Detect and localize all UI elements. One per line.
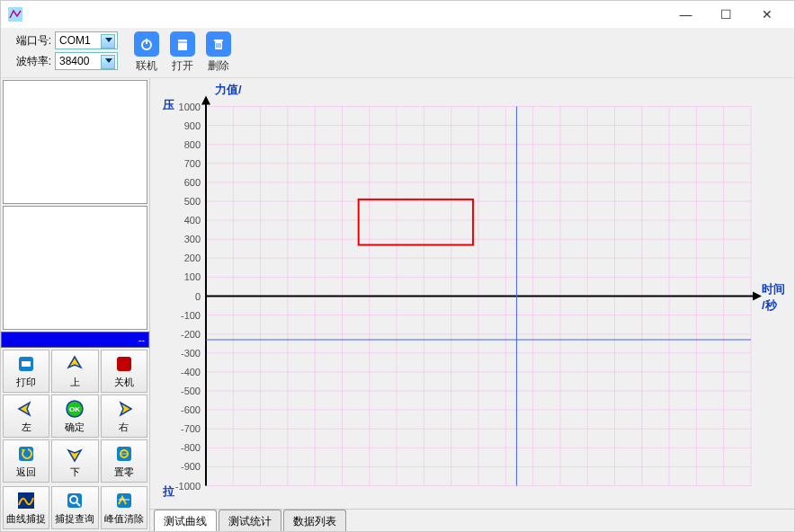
query-icon bbox=[64, 490, 85, 511]
info-box-1 bbox=[3, 80, 147, 204]
port-controls: 端口号: COM1 波特率: 38400 bbox=[8, 31, 118, 70]
svg-rect-3 bbox=[178, 40, 187, 50]
open-button[interactable]: 打开 bbox=[170, 31, 195, 74]
tab-curve[interactable]: 测试曲线 bbox=[154, 510, 217, 531]
app-icon bbox=[8, 7, 22, 22]
tab-stats[interactable]: 测试统计 bbox=[219, 510, 281, 531]
svg-text:-200: -200 bbox=[181, 329, 201, 340]
open-label: 打开 bbox=[172, 58, 193, 74]
baud-combo[interactable]: 38400 bbox=[55, 52, 118, 70]
print-button[interactable]: 打印 bbox=[3, 350, 49, 393]
peak-clear-button[interactable]: 峰值清除 bbox=[101, 486, 147, 529]
zero-button[interactable]: 置零 bbox=[101, 439, 147, 483]
svg-text:力值/: 力值/ bbox=[214, 83, 242, 96]
stop-icon bbox=[113, 353, 135, 375]
ok-button[interactable]: OK 确定 bbox=[51, 395, 98, 438]
chart-area: 10009008007006005004003002001000-100-200… bbox=[150, 78, 794, 531]
action-buttons: 联机 打开 删除 bbox=[134, 31, 231, 74]
svg-text:500: 500 bbox=[184, 196, 201, 207]
svg-text:-400: -400 bbox=[181, 367, 201, 377]
back-button[interactable]: 返回 bbox=[3, 439, 49, 483]
capture-query-button[interactable]: 捕捉查询 bbox=[51, 486, 98, 529]
maximize-button[interactable]: ☐ bbox=[706, 1, 746, 28]
svg-text:/秒: /秒 bbox=[762, 298, 778, 312]
right-button[interactable]: 右 bbox=[101, 395, 147, 438]
connect-label: 联机 bbox=[136, 58, 157, 74]
delete-button[interactable]: 删除 bbox=[206, 31, 231, 74]
zero-icon bbox=[113, 443, 135, 465]
close-button[interactable]: ✕ bbox=[746, 1, 787, 28]
down-arrow-icon bbox=[64, 443, 85, 465]
svg-text:800: 800 bbox=[184, 139, 201, 150]
down-button[interactable]: 下 bbox=[51, 439, 98, 483]
svg-text:600: 600 bbox=[184, 177, 201, 188]
info-box-2 bbox=[3, 206, 147, 330]
curve-capture-button[interactable]: 曲线捕捉 bbox=[3, 486, 49, 529]
svg-text:-700: -700 bbox=[181, 423, 201, 434]
up-arrow-icon bbox=[64, 353, 85, 375]
tabs: 测试曲线 测试统计 数据列表 bbox=[150, 509, 794, 531]
svg-text:-300: -300 bbox=[181, 348, 201, 359]
svg-text:0: 0 bbox=[195, 291, 201, 302]
print-icon bbox=[15, 353, 37, 375]
svg-text:-500: -500 bbox=[181, 386, 201, 396]
svg-text:400: 400 bbox=[184, 215, 201, 226]
toolbar: 端口号: COM1 波特率: 38400 联机 打开 删除 bbox=[1, 28, 794, 78]
svg-text:拉: 拉 bbox=[162, 484, 174, 498]
ok-icon: OK bbox=[64, 398, 85, 420]
titlebar: — ☐ ✕ bbox=[1, 1, 794, 28]
svg-text:-800: -800 bbox=[181, 442, 201, 453]
svg-text:200: 200 bbox=[184, 253, 201, 263]
panel-area bbox=[1, 78, 149, 332]
left-arrow-icon bbox=[15, 398, 37, 420]
power-icon bbox=[134, 31, 159, 57]
svg-text:OK: OK bbox=[69, 405, 80, 413]
app-window: — ☐ ✕ 端口号: COM1 波特率: 38400 联机 打开 bbox=[0, 0, 795, 532]
peak-icon bbox=[113, 490, 135, 511]
bottom-buttons: 曲线捕捉 捕捉查询 峰值清除 bbox=[1, 484, 149, 531]
left-button[interactable]: 左 bbox=[3, 395, 49, 438]
svg-text:-100: -100 bbox=[181, 310, 201, 321]
svg-text:300: 300 bbox=[184, 234, 201, 244]
svg-text:-600: -600 bbox=[181, 404, 201, 415]
power-off-button[interactable]: 关机 bbox=[101, 350, 147, 393]
status-bar: -- bbox=[1, 332, 149, 348]
delete-label: 删除 bbox=[208, 58, 229, 74]
svg-text:时间: 时间 bbox=[762, 282, 785, 296]
folder-icon bbox=[170, 31, 195, 57]
svg-rect-11 bbox=[117, 357, 131, 371]
port-label: 端口号: bbox=[8, 33, 51, 49]
right-arrow-icon bbox=[113, 398, 135, 420]
back-icon bbox=[15, 443, 37, 465]
svg-rect-5 bbox=[214, 40, 223, 41]
svg-rect-10 bbox=[22, 361, 31, 367]
svg-text:1000: 1000 bbox=[179, 102, 201, 112]
button-grid: 打印 上 关机 左 OK 确定 bbox=[1, 348, 149, 484]
baud-label: 波特率: bbox=[8, 54, 51, 69]
chart-svg: 10009008007006005004003002001000-100-200… bbox=[150, 78, 794, 509]
chart-container[interactable]: 10009008007006005004003002001000-100-200… bbox=[150, 78, 794, 509]
svg-text:100: 100 bbox=[184, 271, 201, 282]
tab-table[interactable]: 数据列表 bbox=[283, 510, 346, 531]
minimize-button[interactable]: — bbox=[665, 1, 706, 28]
svg-text:700: 700 bbox=[184, 158, 201, 169]
curve-icon bbox=[15, 490, 37, 511]
up-button[interactable]: 上 bbox=[51, 350, 98, 393]
trash-icon bbox=[206, 31, 231, 57]
svg-text:-1000: -1000 bbox=[175, 481, 201, 492]
left-panel: -- 打印 上 关机 左 OK bbox=[1, 78, 150, 531]
svg-text:900: 900 bbox=[184, 120, 201, 131]
port-combo[interactable]: COM1 bbox=[55, 31, 118, 49]
connect-button[interactable]: 联机 bbox=[134, 31, 159, 74]
svg-text:压: 压 bbox=[162, 98, 174, 111]
svg-text:-900: -900 bbox=[181, 461, 201, 472]
svg-rect-91 bbox=[359, 200, 473, 245]
content: -- 打印 上 关机 左 OK bbox=[1, 78, 794, 531]
